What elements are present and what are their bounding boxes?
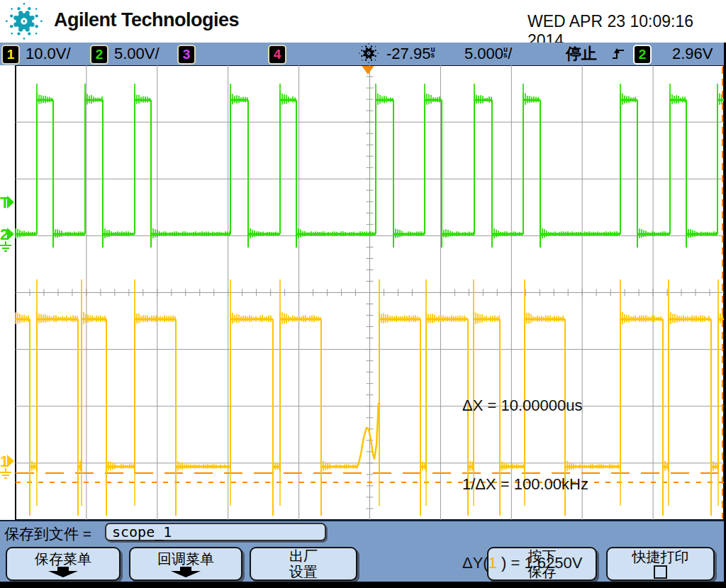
channel2-badge: 2 bbox=[90, 45, 108, 65]
delay-value: -27.95 bbox=[386, 45, 430, 62]
svg-text:T: T bbox=[0, 194, 10, 211]
waveform-display: T21 bbox=[0, 0, 726, 588]
bottom-bezel bbox=[0, 582, 726, 588]
save-file-label: 保存到文件 = bbox=[4, 524, 91, 544]
delta-y-readout: ΔY(1 ) = 1.6250V bbox=[462, 550, 588, 576]
status-bar: 1 10.0V/ 2 5.00V/ 3 4 -27.95us 5.000us/ … bbox=[0, 43, 726, 65]
quick-print-button[interactable]: 快捷打印 bbox=[606, 547, 715, 581]
svg-text:1: 1 bbox=[0, 453, 9, 470]
save-menu-button[interactable]: 保存菜单 bbox=[6, 547, 121, 581]
delay-readout: -27.95us bbox=[386, 43, 435, 65]
svg-text:2: 2 bbox=[0, 226, 9, 243]
trigger-level: 2.96V bbox=[672, 43, 713, 65]
delta-y-channel: 1 bbox=[488, 554, 497, 572]
channel2-scale: 5.00V/ bbox=[114, 43, 160, 65]
starburst-icon bbox=[6, 3, 44, 41]
channel3-badge: 3 bbox=[177, 45, 196, 65]
trigger-source-badge: 2 bbox=[633, 45, 652, 65]
brand-title: Agilent Technologies bbox=[54, 9, 239, 31]
header: Agilent Technologies WED APR 23 10:09:16… bbox=[0, 0, 726, 43]
factory-setup-button[interactable]: 出厂 设置 bbox=[250, 547, 357, 581]
inverse-delta-x-readout: 1/ΔX = 100.00kHz bbox=[462, 471, 588, 497]
timebase-value: 5.000 bbox=[464, 45, 503, 62]
cursor-readout: ΔX = 10.00000us 1/ΔX = 100.00kHz ΔY(1 ) … bbox=[462, 340, 588, 588]
down-arrow-icon bbox=[169, 567, 202, 577]
timebase-readout: 5.000us/ bbox=[464, 43, 512, 65]
graticule bbox=[16, 65, 724, 520]
us-unit: us bbox=[430, 47, 435, 58]
rising-edge-icon bbox=[610, 46, 626, 62]
soft-menu: 保存到文件 = scope_1 保存菜单 回调菜单 出厂 设置 按下 保存 快捷… bbox=[0, 520, 726, 582]
down-arrow-icon bbox=[47, 567, 79, 577]
starburst-icon bbox=[359, 43, 380, 65]
recall-menu-button[interactable]: 回调菜单 bbox=[129, 547, 242, 581]
run-state: 停止 bbox=[566, 43, 597, 65]
channel4-badge: 4 bbox=[268, 45, 286, 65]
checkbox-icon bbox=[654, 565, 667, 579]
channel1-scale: 10.0V/ bbox=[26, 43, 71, 65]
delta-x-readout: ΔX = 10.00000us bbox=[462, 392, 588, 418]
channel1-badge: 1 bbox=[1, 45, 20, 65]
trace-markers: T21 bbox=[0, 194, 14, 478]
filename-input[interactable]: scope_1 bbox=[105, 523, 326, 541]
